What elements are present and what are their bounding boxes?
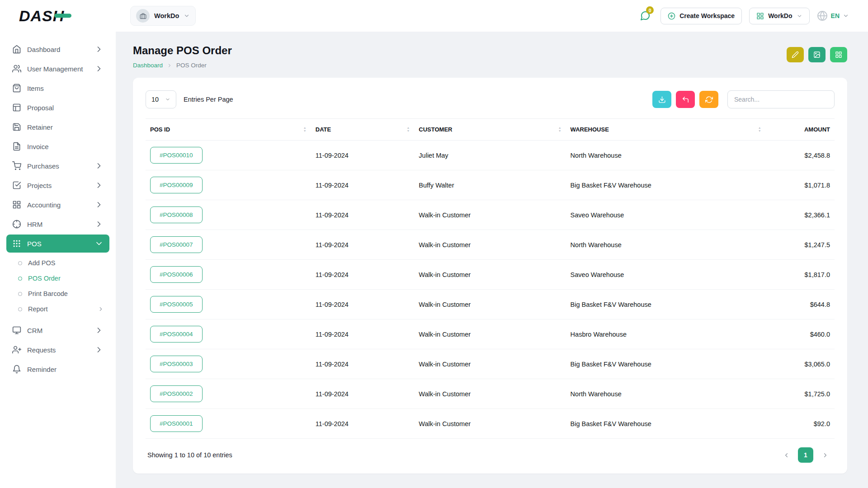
pagination-prev-button[interactable] (778, 447, 794, 463)
cell-pos-id: #POS00005 (146, 290, 311, 319)
app-logo[interactable]: DASH (19, 7, 64, 25)
sidebar-item-accounting[interactable]: Accounting (6, 196, 109, 214)
sidebar-item-requests[interactable]: Requests (6, 341, 109, 359)
grid-icon (12, 200, 21, 209)
cell-warehouse: Hasbro Warehouse (566, 319, 766, 349)
cell-amount: $2,366.1 (766, 200, 835, 230)
user-plus-icon (12, 345, 21, 354)
pos-order-row: #POS0000511-09-2024Walk-in CustomerBig B… (146, 290, 835, 319)
cell-warehouse: Big Basket F&V Warehouse (566, 290, 766, 319)
cell-amount: $1,817.0 (766, 260, 835, 290)
sidebar-item-reminder[interactable]: Reminder (6, 360, 109, 378)
sidebar-nav: DashboardUser ManagementItemsProposalRet… (0, 40, 116, 378)
logo-area: DASH (0, 0, 116, 32)
sidebar-item-items[interactable]: Items (6, 79, 109, 97)
globe-icon (817, 10, 828, 21)
cell-amount: $1,725.0 (766, 379, 835, 409)
sidebar-item-invoice[interactable]: Invoice (6, 137, 109, 155)
pos-id-link[interactable]: #POS00005 (150, 296, 203, 313)
cell-amount: $460.0 (766, 319, 835, 349)
chevron-down-icon (94, 239, 104, 248)
column-header-warehouse[interactable]: WAREHOUSE▲▼ (566, 119, 766, 141)
grid-view-button[interactable] (830, 47, 847, 62)
column-header-pos-id[interactable]: POS ID▲▼ (146, 119, 311, 141)
search-input[interactable] (727, 90, 835, 108)
pos-id-link[interactable]: #POS00010 (150, 147, 203, 164)
cell-customer: Walk-in Customer (414, 409, 566, 439)
pos-id-link[interactable]: #POS00007 (150, 236, 203, 253)
grid-icon (756, 12, 764, 20)
column-header-customer[interactable]: CUSTOMER▲▼ (414, 119, 566, 141)
circle-bullet-icon (18, 277, 22, 281)
sidebar-item-proposal[interactable]: Proposal (6, 99, 109, 117)
pos-id-link[interactable]: #POS00003 (150, 356, 203, 372)
circle-bullet-icon (18, 261, 22, 265)
sidebar-item-hrm[interactable]: HRM (6, 215, 109, 233)
sidebar-item-projects[interactable]: Projects (6, 176, 109, 194)
sidebar-item-retainer[interactable]: Retainer (6, 118, 109, 136)
sidebar-item-label: Items (27, 84, 44, 92)
cell-pos-id: #POS00003 (146, 349, 311, 379)
cell-pos-id: #POS00008 (146, 200, 311, 230)
pos-id-link[interactable]: #POS00006 (150, 266, 203, 283)
workspace-avatar (136, 9, 150, 23)
sidebar-item-crm[interactable]: CRM (6, 321, 109, 339)
cell-amount: $1,071.8 (766, 170, 835, 200)
language-selector[interactable]: EN (817, 10, 849, 21)
cell-customer: Walk-in Customer (414, 319, 566, 349)
sidebar-item-user-management[interactable]: User Management (6, 60, 109, 78)
gallery-view-button[interactable] (808, 47, 826, 62)
refresh-button[interactable] (699, 91, 718, 108)
pos-id-link[interactable]: #POS00008 (150, 206, 203, 223)
home-icon (12, 45, 21, 54)
page-header-actions (787, 47, 847, 62)
create-workspace-button[interactable]: Create Workspace (660, 8, 742, 24)
sidebar-item-pos[interactable]: POS (6, 235, 109, 253)
sidebar-subitem-add-pos[interactable]: Add POS (13, 255, 109, 271)
sidebar-subitem-pos-order[interactable]: POS Order (13, 271, 109, 286)
chevron-down-icon (797, 13, 802, 19)
pos-id-link[interactable]: #POS00001 (150, 415, 203, 432)
chevron-right-icon (94, 326, 104, 335)
shopping-cart-icon (12, 161, 21, 170)
cell-date: 11-09-2024 (311, 379, 415, 409)
chevron-right-icon (94, 200, 104, 209)
cell-customer: Buffy Walter (414, 170, 566, 200)
pagination-page-button[interactable]: 1 (798, 447, 813, 463)
sidebar-item-purchases[interactable]: Purchases (6, 157, 109, 175)
sidebar-item-label: Retainer (27, 123, 53, 131)
sidebar-subitem-label: POS Order (28, 275, 61, 282)
app-switcher-button[interactable]: WorkDo (749, 8, 809, 24)
pos-id-link[interactable]: #POS00004 (150, 326, 203, 343)
pos-id-link[interactable]: #POS00009 (150, 177, 203, 193)
export-button[interactable] (652, 91, 671, 108)
pagination: 1 (778, 447, 833, 463)
cell-pos-id: #POS00010 (146, 141, 311, 170)
table-actions (652, 90, 835, 108)
reset-button[interactable] (676, 91, 695, 108)
chevron-right-icon (822, 452, 829, 459)
pencil-icon (792, 51, 799, 58)
sidebar-submenu: Add POSPOS OrderPrint BarcodeReport (0, 254, 116, 320)
column-header-amount: AMOUNT (766, 119, 835, 141)
workspace-switcher[interactable]: WorkDo (130, 6, 196, 26)
theme-customizer-button[interactable] (787, 47, 804, 62)
cell-warehouse: Big Basket F&V Warehouse (566, 409, 766, 439)
sidebar-subitem-print-barcode[interactable]: Print Barcode (13, 286, 109, 301)
sidebar-item-label: POS (27, 240, 42, 248)
chevron-right-icon (94, 181, 104, 190)
sidebar-item-dashboard[interactable]: Dashboard (6, 40, 109, 58)
entries-per-page-select[interactable]: 10 (146, 90, 176, 108)
messages-button[interactable]: 0 (637, 8, 653, 24)
breadcrumb-dashboard-link[interactable]: Dashboard (133, 62, 163, 69)
briefcase-icon (140, 13, 146, 19)
pos-order-card: 10 Entries Per Page POS ID▲▼DATE▲▼CUSTOM… (133, 78, 847, 474)
topbar: WorkDo 0 Create Workspace WorkDo EN (116, 0, 868, 32)
column-header-date[interactable]: DATE▲▼ (311, 119, 415, 141)
circle-bullet-icon (18, 307, 22, 311)
pos-id-link[interactable]: #POS00002 (150, 385, 203, 402)
pagination-next-button[interactable] (817, 447, 833, 463)
cell-customer: Walk-in Customer (414, 349, 566, 379)
column-label: DATE (316, 126, 331, 133)
sidebar-subitem-report[interactable]: Report (13, 301, 109, 317)
